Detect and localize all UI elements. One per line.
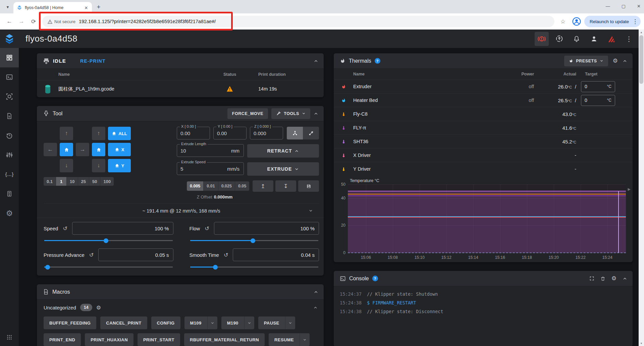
relaunch-to-update-button[interactable]: Relaunch to update ⋮: [584, 16, 641, 27]
console-collapse-button[interactable]: [623, 276, 627, 281]
retract-button[interactable]: RETRACT: [247, 144, 319, 158]
slider-value-field[interactable]: 100 %: [214, 222, 319, 235]
reset-icon[interactable]: ↺: [63, 225, 67, 232]
macro-button-pause[interactable]: PAUSE: [258, 316, 295, 329]
thermals-help-icon[interactable]: ?: [375, 58, 380, 64]
macro-dropdown-chevron-icon[interactable]: [285, 316, 295, 329]
emergency-stop-button[interactable]: [535, 32, 549, 46]
force-move-button[interactable]: FORCE_MOVE: [227, 108, 268, 119]
macro-button-print_start[interactable]: PRINT_START: [138, 333, 180, 346]
reset-icon[interactable]: ↺: [205, 225, 209, 232]
jog-y-plus-button[interactable]: ↑: [60, 127, 73, 140]
profile-avatar-icon[interactable]: [572, 17, 581, 26]
sidebar-item-system[interactable]: [0, 184, 19, 204]
macro-button-print_end[interactable]: PRINT_END: [44, 333, 81, 346]
move-step-50[interactable]: 50: [89, 177, 100, 186]
slider-track[interactable]: [190, 238, 319, 243]
thermal-row-x-driver[interactable]: X Driver-: [334, 148, 633, 162]
thermal-row-extruder[interactable]: Extruderoff26.0°C/0°C: [334, 79, 633, 93]
move-step-1[interactable]: 1: [56, 177, 67, 186]
status-collapse-button[interactable]: [314, 59, 318, 63]
tab-close-icon[interactable]: ✕: [83, 5, 89, 11]
notifications-button[interactable]: [570, 32, 584, 46]
home-z-button[interactable]: [92, 143, 105, 156]
position-z-field[interactable]: Z [ 0.000 ] 0.000: [250, 127, 283, 139]
thermal-row-fly-c8[interactable]: Fly-C843.0°C: [334, 107, 633, 121]
reset-icon[interactable]: ↺: [224, 252, 228, 258]
thermal-row-y-driver[interactable]: Y Driver-: [334, 162, 633, 176]
z-offset-down-button[interactable]: ↧: [275, 180, 296, 192]
z-offset-step-0.05[interactable]: 0.05: [235, 181, 249, 191]
macro-button-m190[interactable]: M190: [221, 316, 254, 329]
jog-x-plus-button[interactable]: →: [76, 143, 89, 156]
target-temp-input[interactable]: 0°C: [581, 95, 615, 106]
browser-tab[interactable]: flyos-0a4d58 | Home ✕: [13, 2, 92, 13]
position-y-field[interactable]: Y [ 0.00 ] 0.00: [213, 127, 247, 139]
jog-x-minus-button[interactable]: ←: [44, 143, 57, 156]
extrude-length-field[interactable]: Extrude Length 10 mm: [177, 144, 244, 157]
console-help-icon[interactable]: ?: [372, 276, 378, 281]
slider-thumb[interactable]: [213, 265, 218, 270]
extrude-speed-field[interactable]: Extrude Speed 5 mm/s: [177, 162, 244, 175]
scrollbar-up-arrow-icon[interactable]: ▲: [639, 30, 644, 35]
move-step-25[interactable]: 25: [78, 177, 89, 186]
console-line[interactable]: 15:24:37// Klipper state: Shutdown: [340, 290, 627, 298]
position-x-field[interactable]: X [ 0.00 ] 0.00: [177, 127, 210, 139]
macro-button-resume[interactable]: RESUME: [269, 333, 310, 346]
macro-dropdown-chevron-icon[interactable]: [207, 316, 217, 329]
console-line[interactable]: 15:24:38$ FIRMWARE_RESTART: [340, 298, 627, 307]
url-bar[interactable]: Not secure 192.168.1.125/?printer=24282e…: [42, 16, 554, 27]
home-y-button[interactable]: Y: [108, 159, 131, 172]
z-offset-step-0.025[interactable]: 0.025: [218, 181, 235, 191]
macro-category-gear-icon[interactable]: ⚙: [96, 304, 101, 311]
thermals-gear-icon[interactable]: ⚙: [613, 57, 618, 64]
move-step-10[interactable]: 10: [67, 177, 78, 186]
sidebar-item-dashboard[interactable]: [0, 48, 19, 67]
browser-menu-kebab-icon[interactable]: ⋮: [632, 18, 638, 25]
macro-dropdown-chevron-icon[interactable]: [244, 316, 254, 329]
sidebar-item-macros[interactable]: {…}: [0, 165, 19, 184]
sidebar-item-tune[interactable]: [0, 145, 19, 165]
extrude-button[interactable]: EXTRUDE: [247, 162, 319, 176]
jog-y-minus-button[interactable]: ↓: [60, 159, 73, 172]
slider-value-field[interactable]: 0.04 s: [233, 248, 319, 261]
jog-z-down-button[interactable]: ↓: [92, 159, 105, 172]
thermal-row-fly-π[interactable]: FLY-π41.6°C: [334, 121, 633, 134]
app-logo[interactable]: [0, 30, 19, 48]
fullscreen-icon[interactable]: [589, 276, 594, 281]
console-line[interactable]: 15:24:38// Klipper state: Disconnect: [340, 307, 627, 316]
fly-brand-button[interactable]: [604, 32, 619, 46]
job-row[interactable]: 圆柱体_PLA_1h9m.gcode14m 19s: [37, 80, 324, 97]
macro-button-m109[interactable]: M109: [184, 316, 217, 329]
home-all-button[interactable]: ALL: [108, 127, 131, 140]
tab-list-chevron-icon[interactable]: ▼: [3, 3, 12, 11]
sidebar-item-settings[interactable]: ⚙: [0, 204, 19, 223]
security-status[interactable]: Not secure: [48, 19, 75, 24]
forward-icon[interactable]: →: [16, 16, 27, 27]
window-maximize-icon[interactable]: ▢: [622, 4, 626, 9]
sidebar-item-console[interactable]: [0, 67, 19, 87]
slider-thumb[interactable]: [104, 238, 108, 243]
reprint-button[interactable]: RE-PRINT: [80, 58, 106, 64]
thermal-row-sht36[interactable]: SHT3645.2°C: [334, 134, 633, 148]
position-mode-toggle[interactable]: [287, 127, 303, 139]
slider-value-field[interactable]: 0.05 s: [98, 248, 173, 261]
move-step-100[interactable]: 100: [100, 177, 114, 186]
macro-button-cancel_print[interactable]: CANCEL_PRINT: [100, 316, 147, 329]
sidebar-item-gcode-preview[interactable]: [0, 87, 19, 106]
tools-dropdown-button[interactable]: TOOLS: [271, 108, 310, 119]
sidebar-item-history[interactable]: [0, 126, 19, 145]
z-offset-save-button[interactable]: [298, 180, 319, 192]
macros-collapse-button[interactable]: [314, 290, 318, 294]
sidebar-item-jobs[interactable]: [0, 106, 19, 126]
slider-thumb[interactable]: [45, 265, 50, 270]
window-close-icon[interactable]: ✕: [637, 4, 641, 9]
bookmark-star-icon[interactable]: ☆: [560, 18, 566, 25]
reset-icon[interactable]: ↺: [89, 252, 94, 258]
thermals-collapse-button[interactable]: [623, 59, 627, 63]
scrollbar-down-arrow-icon[interactable]: ▼: [639, 341, 644, 346]
back-icon[interactable]: ←: [4, 16, 15, 27]
z-offset-step-0.005[interactable]: 0.005: [187, 181, 204, 191]
jog-z-up-button[interactable]: ↑: [92, 127, 105, 140]
updates-button[interactable]: [552, 32, 566, 46]
